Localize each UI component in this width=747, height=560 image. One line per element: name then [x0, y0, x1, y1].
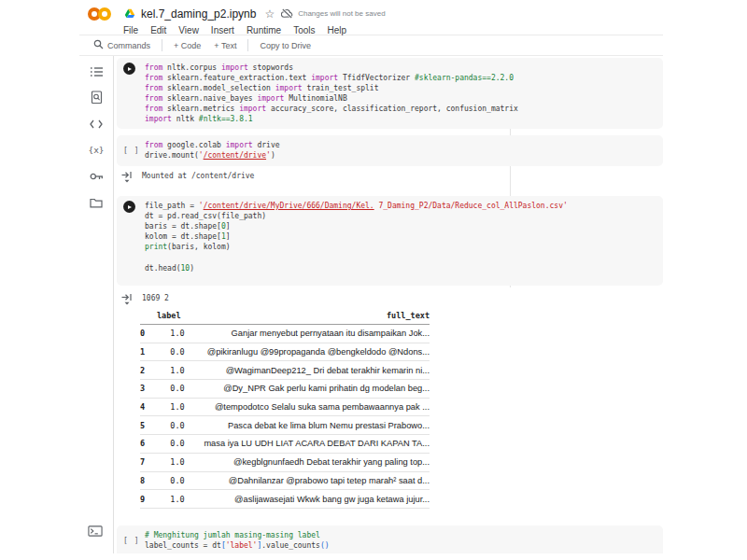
code-line[interactable]: kolom = dt.shape[1] — [145, 231, 663, 242]
dataframe-table: label full_text 01.0Ganjar menyebut pern… — [140, 306, 430, 509]
unsaved-changes-note: Changes will not be saved — [298, 9, 385, 18]
row-index: 9 — [140, 490, 157, 509]
code-cell-mount-drive[interactable]: [ ] from google.colab import drivedrive.… — [117, 135, 663, 166]
code-editor[interactable]: # Menghitung jumlah masing-masing labell… — [117, 525, 663, 551]
full-text-value: @aslijawasejati Wkwk bang gw juga ketawa… — [198, 490, 430, 509]
code-line[interactable]: from nltk.corpus import stopwords — [145, 63, 663, 73]
code-line[interactable]: from sklearn.naive_bayes import Multinom… — [145, 93, 663, 104]
notebook-title[interactable]: kel.7_daming_p2.ipynb — [141, 7, 256, 21]
code-line[interactable]: file_path = '/content/drive/MyDrive/666/… — [145, 201, 663, 211]
output-text: Mounted at /content/drive — [142, 170, 254, 180]
row-index: 4 — [140, 398, 157, 416]
label-value: 0.0 — [157, 380, 198, 399]
left-sidebar: {x} — [79, 56, 114, 553]
table-of-contents-icon[interactable] — [89, 64, 104, 78]
label-value: 0.0 — [157, 416, 198, 435]
full-text-value: @Dy_NPR Gak perlu kami prihatin dg model… — [198, 380, 430, 399]
code-cell-load-csv[interactable]: file_path = '/content/drive/MyDrive/666/… — [117, 196, 663, 286]
full-text-value: @Dahnilanzar @prabowo tapi tetep marah² … — [198, 471, 430, 490]
label-value: 1.0 — [157, 490, 198, 509]
row-index: 7 — [140, 453, 157, 471]
dataframe-header-row: label full_text — [140, 306, 430, 325]
table-row: 21.0@WagimanDeep212_ Dri debat terakhir … — [140, 361, 430, 380]
label-value: 0.0 — [157, 435, 198, 454]
menu-tools[interactable]: Tools — [293, 25, 315, 35]
commands-button[interactable]: Commands — [93, 39, 150, 51]
table-row: 71.0@kegblgnunfaedh Debat terakhir yang … — [140, 453, 430, 471]
code-line[interactable]: drive.mount('/content/drive') — [145, 150, 663, 161]
code-line[interactable]: print(baris, kolom) — [145, 242, 663, 252]
code-line[interactable]: label_counts = dt['label'].value_counts(… — [145, 540, 663, 551]
code-line[interactable] — [145, 252, 663, 262]
menu-runtime[interactable]: Runtime — [247, 25, 281, 35]
table-row: 91.0@aslijawasejati Wkwk bang gw juga ke… — [140, 490, 430, 509]
menu-file[interactable]: File — [123, 25, 138, 35]
row-index: 8 — [140, 471, 157, 490]
full-text-value: @tempodotco Selalu suka sama pembawaanny… — [198, 398, 430, 416]
code-line[interactable]: from google.colab import drive — [145, 140, 663, 150]
code-line[interactable]: from sklearn.feature_extraction.text imp… — [145, 73, 663, 83]
menu-insert[interactable]: Insert — [211, 25, 234, 35]
table-row: 41.0@tempodotco Selalu suka sama pembawa… — [140, 398, 430, 416]
terminal-icon[interactable] — [88, 524, 103, 538]
add-code-button[interactable]: + Code — [174, 41, 201, 50]
cell-output-mount: Mounted at /content/drive — [121, 170, 254, 187]
label-value: 1.0 — [157, 398, 198, 416]
code-line[interactable]: dt.head(10) — [145, 263, 663, 273]
label-value: 1.0 — [157, 453, 198, 471]
code-line[interactable]: baris = dt.shape[0] — [145, 221, 663, 231]
copy-to-drive-button[interactable]: Copy to Drive — [260, 41, 311, 50]
row-index: 3 — [140, 380, 157, 399]
label-value: 1.0 — [157, 325, 198, 343]
code-editor[interactable]: from google.colab import drivedrive.moun… — [117, 135, 663, 161]
output-options-icon[interactable] — [121, 292, 134, 309]
table-row: 10.0@pikiranlugu @99propaganda @bengkeld… — [140, 343, 430, 361]
notebook-area: from nltk.corpus import stopwordsfrom sk… — [114, 56, 663, 553]
label-value: 0.0 — [157, 343, 198, 361]
label-value: 0.0 — [157, 471, 198, 490]
drive-file-icon — [124, 8, 135, 19]
variables-icon[interactable]: {x} — [89, 143, 104, 157]
menu-help[interactable]: Help — [327, 25, 346, 35]
full-text-value: Pasca debat ke lima blum Nemu prestasi P… — [198, 416, 430, 435]
menu-view[interactable]: View — [178, 25, 199, 35]
row-index: 2 — [140, 361, 157, 380]
output-options-icon[interactable] — [121, 170, 134, 187]
code-line[interactable]: from sklearn.model_selection import trai… — [145, 83, 663, 93]
table-row: 80.0@Dahnilanzar @prabowo tapi tetep mar… — [140, 471, 430, 490]
code-editor[interactable]: from nltk.corpus import stopwordsfrom sk… — [117, 58, 663, 125]
run-cell-button[interactable] — [123, 63, 135, 75]
colab-logo[interactable] — [87, 7, 112, 21]
code-cell-label-counts[interactable]: [ ] # Menghitung jumlah masing-masing la… — [117, 525, 663, 553]
code-line[interactable]: import nltk #nltk==3.8.1 — [145, 114, 663, 124]
cell-prompt[interactable]: [ ] — [123, 537, 139, 545]
files-icon[interactable] — [89, 195, 104, 209]
search-icon — [93, 39, 104, 51]
colab-window: kel.7_daming_p2.ipynb ☆ Changes will not… — [79, 0, 663, 553]
star-icon[interactable]: ☆ — [264, 9, 275, 19]
code-line[interactable]: from sklearn.metrics import accuracy_sco… — [145, 104, 663, 114]
code-snippets-icon[interactable] — [89, 117, 104, 131]
row-index: 6 — [140, 435, 157, 454]
full-text-value: masa iya LU UDH LIAT ACARA DEBAT DARI KA… — [198, 435, 430, 454]
row-index: 1 — [140, 343, 157, 361]
full-text-value: @WagimanDeep212_ Dri debat terakhir kema… — [198, 361, 430, 380]
fulltext-column-header: full_text — [198, 306, 430, 325]
add-text-button[interactable]: + Text — [214, 41, 236, 50]
menu-edit[interactable]: Edit — [150, 25, 166, 35]
code-line[interactable]: # Menghitung jumlah masing-masing label — [145, 530, 663, 540]
run-cell-button[interactable] — [123, 201, 135, 213]
code-line[interactable]: dt = pd.read_csv(file_path) — [145, 211, 663, 221]
cell-prompt[interactable]: [ ] — [123, 147, 139, 155]
header: kel.7_daming_p2.ipynb ☆ Changes will not… — [79, 0, 663, 35]
code-editor[interactable]: file_path = '/content/drive/MyDrive/666/… — [117, 196, 663, 273]
full-text-value: @pikiranlugu @99propaganda @bengkeldodo … — [198, 343, 430, 361]
toolbar: Commands + Code + Text Copy to Drive — [79, 35, 663, 56]
index-column-header — [140, 306, 157, 325]
table-row: 01.0Ganjar menyebut pernyataan itu disam… — [140, 325, 430, 343]
find-and-replace-icon[interactable] — [89, 91, 104, 105]
secrets-icon[interactable] — [89, 169, 104, 183]
toolbar-divider — [162, 39, 162, 51]
code-cell-imports[interactable]: from nltk.corpus import stopwordsfrom sk… — [117, 58, 663, 129]
full-text-value: @kegblgnunfaedh Debat terakhir yang pali… — [198, 453, 430, 471]
